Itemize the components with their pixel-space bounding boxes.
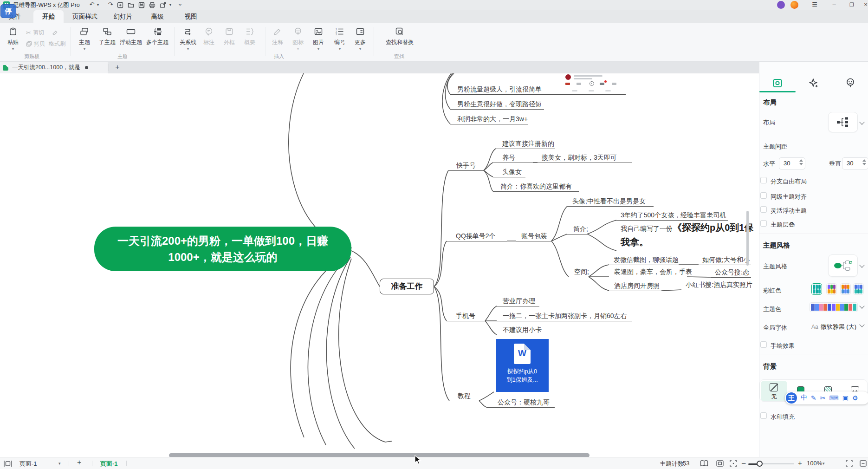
fullscreen-icon[interactable] <box>846 460 853 467</box>
global-font-chevron-icon[interactable] <box>859 322 864 327</box>
mindmap-node[interactable]: 账号包装 <box>521 232 547 241</box>
rainbow-option-3[interactable] <box>840 283 851 295</box>
topic-button[interactable]: 主题 ▾ <box>74 26 95 51</box>
fit-screen-icon[interactable] <box>730 460 737 467</box>
mindmap-node[interactable]: 养号 <box>502 154 515 162</box>
ime-mode-icon[interactable]: 中 <box>801 394 807 402</box>
mindmap-node[interactable]: 建议直接注册新的 <box>502 140 554 148</box>
theme-color-strip[interactable] <box>810 302 858 312</box>
zoom-in-button[interactable]: + <box>798 459 802 467</box>
zoom-caret-icon[interactable]: ▾ <box>823 461 825 466</box>
new-file-icon[interactable] <box>117 2 123 8</box>
global-font-value[interactable]: Aa微软雅黑 (大) <box>811 323 856 331</box>
background-none-option[interactable]: 无 <box>761 381 787 401</box>
theme-color-chevron-icon[interactable] <box>859 303 864 308</box>
zoom-percent[interactable]: 100% <box>807 460 822 467</box>
document-tab[interactable]: 一天引流200...1000，就是 <box>0 62 108 73</box>
mindmap-node[interactable]: 利润非常的大，一月3w+ <box>457 115 528 124</box>
hamburger-menu-icon[interactable]: ☰ <box>808 0 822 10</box>
menu-advanced[interactable]: 高级 <box>148 10 167 23</box>
tab-ai[interactable] <box>796 74 832 92</box>
mindmap-node-rich[interactable]: 我自己编写了一份《探探约p从0到1保 我拿。 <box>621 220 756 248</box>
mindmap-node[interactable]: 男粉流量超级大，引流很简单 <box>457 85 542 94</box>
mindmap-node[interactable]: 手机号 <box>456 312 475 320</box>
mindmap-node[interactable]: 公众号搜:恋 <box>715 268 749 277</box>
user-avatar[interactable] <box>777 1 785 9</box>
number-caret-icon[interactable]: ▾ <box>330 47 349 51</box>
mindmap-node[interactable]: 小红书搜:酒店真实照片 <box>686 281 752 289</box>
zoom-slider-knob[interactable] <box>757 461 763 467</box>
ime-scissors-icon[interactable]: ✂ <box>820 394 826 402</box>
stepper-arrows-icon[interactable] <box>799 159 803 165</box>
mindmap-canvas[interactable]: 一天引流200+的男粉，一单做到100，日赚 1000+，就是这么玩的 准备工作… <box>0 73 759 457</box>
mindmap-node[interactable]: 公众号：硬核九哥 <box>498 398 550 407</box>
print-icon[interactable] <box>149 2 155 8</box>
central-topic[interactable]: 一天引流200+的男粉，一单做到100，日赚 1000+，就是这么玩的 <box>94 227 351 271</box>
free-layout-checkbox[interactable] <box>760 177 767 183</box>
undo-button[interactable]: ↶ <box>87 1 97 8</box>
share-icon[interactable] <box>160 2 166 8</box>
hand-drawn-checkbox[interactable] <box>760 341 767 348</box>
find-replace-button[interactable]: 查找和替换 <box>382 26 418 46</box>
menu-page-style[interactable]: 页面样式 <box>70 10 100 23</box>
zoom-slider-track[interactable] <box>758 463 794 464</box>
main-topic-node[interactable]: 准备工作 <box>380 279 434 294</box>
menu-slides[interactable]: 幻灯片 <box>110 10 136 23</box>
mindmap-node[interactable]: 头像;中性看不出是男是女 <box>572 197 646 206</box>
mindmap-node[interactable]: QQ接单号2个 <box>456 232 496 241</box>
topic-caret-icon[interactable]: ▾ <box>74 47 95 51</box>
close-button[interactable]: × <box>859 0 868 10</box>
floating-topic-button[interactable]: 浮动主题 <box>118 26 144 46</box>
ime-toolbar[interactable]: 王 中 ✎ ✂ ⌨ ▣ ⚙ <box>785 391 868 404</box>
subtopic-button[interactable]: 子主题 <box>96 26 118 46</box>
vertical-spacing-stepper[interactable]: 30 <box>842 157 868 169</box>
mindmap-node[interactable]: 一拖二，一张主卡加两张副卡，月销60左右 <box>503 312 627 320</box>
more-qat-icon[interactable]: ⌄ <box>175 0 185 7</box>
ime-settings-icon[interactable]: ⚙ <box>852 394 858 402</box>
watermark-checkbox[interactable] <box>760 412 767 419</box>
zoom-out-button[interactable]: – <box>742 459 745 467</box>
mindmap-node[interactable]: 快手号 <box>456 162 476 170</box>
mindmap-node[interactable]: 酒店房间开房照 <box>614 282 660 290</box>
flex-floating-checkbox[interactable] <box>760 206 767 213</box>
theme-style-dropdown[interactable] <box>828 254 858 277</box>
vertical-scrollbar[interactable] <box>746 211 749 266</box>
collapse-panel-icon[interactable] <box>860 460 867 467</box>
rainbow-option-4[interactable] <box>853 283 864 295</box>
multi-topic-button[interactable]: 多个主题 <box>144 26 170 46</box>
paste-button[interactable]: 粘贴 ▾ <box>4 26 22 51</box>
stop-overlay-badge[interactable]: 停 <box>0 4 16 18</box>
sibling-align-checkbox[interactable] <box>760 192 767 199</box>
image-button[interactable]: 图片 ▾ <box>309 26 328 51</box>
add-page-button[interactable]: + <box>77 458 81 467</box>
theme-style-chevron-icon[interactable] <box>859 262 864 267</box>
number-button[interactable]: 123 编号 ▾ <box>330 26 349 51</box>
mindmap-node[interactable]: 男粉生意很好做，变现路径短 <box>457 100 542 109</box>
embedded-screenshot-image[interactable] <box>563 73 623 94</box>
minimize-button[interactable]: – <box>827 0 841 10</box>
stepper-arrows-icon[interactable] <box>862 159 866 165</box>
undo-caret-icon[interactable]: ▾ <box>96 3 100 7</box>
open-folder-icon[interactable] <box>128 2 134 8</box>
mindmap-node[interactable]: 空间; <box>574 268 589 276</box>
ime-skin-icon[interactable]: ▣ <box>842 394 849 402</box>
fit-frame-icon[interactable] <box>716 460 724 467</box>
share-caret-icon[interactable]: ▾ <box>168 3 173 7</box>
menu-view[interactable]: 视图 <box>181 10 201 23</box>
mindmap-node[interactable]: 搜美女，刷对标，3天即可 <box>542 154 617 162</box>
mindmap-node[interactable]: 3年约了500个女孩，经验丰富老司机 <box>621 211 726 220</box>
attached-doc-node[interactable]: W 探探约p从0 到1保姆及... <box>496 339 549 392</box>
page-selector[interactable]: 页面-1 <box>19 460 37 468</box>
image-caret-icon[interactable]: ▾ <box>309 47 328 51</box>
mindmap-node[interactable]: 如何做;大号和小 <box>702 256 750 264</box>
mindmap-node[interactable]: 简介：你喜欢的这里都有 <box>500 182 572 191</box>
layout-dropdown[interactable] <box>828 112 858 132</box>
relation-caret-icon[interactable]: ▾ <box>177 47 199 51</box>
pages-overview-icon[interactable] <box>700 460 708 467</box>
more-caret-icon[interactable]: ▾ <box>351 47 369 51</box>
ime-keyboard-icon[interactable]: ⌨ <box>829 394 838 402</box>
page-tab-active[interactable]: 页面-1 <box>100 460 118 468</box>
mindmap-node[interactable]: 简介; <box>573 225 588 234</box>
mindmap-node[interactable]: 不建议用小卡 <box>503 326 542 334</box>
save-icon[interactable] <box>138 2 145 8</box>
